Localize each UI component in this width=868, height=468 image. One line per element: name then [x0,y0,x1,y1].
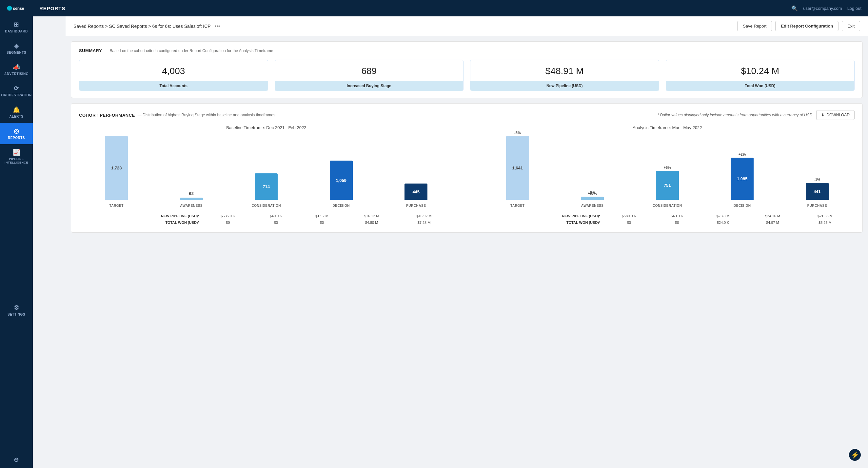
metrics-val-0-0: $535.0 K [203,213,253,219]
kpi-card-2: $48.91 M New Pipeline (USD) [470,60,659,91]
bar-axis-2: CONSIDERATION [653,204,682,208]
kpi-label-3: Total Won (USD) [666,81,855,91]
kpi-card-1: 689 Increased Buying Stage [275,60,464,91]
metrics-val-1-4: $7.28 M [398,219,451,226]
download-button[interactable]: ⬇ DOWNLOAD [816,110,855,120]
sidebar-item-dashboard[interactable]: ⊞ DASHBOARD [0,17,33,38]
bar-pct-0: -5% [514,131,521,135]
download-icon: ⬇ [821,113,825,117]
bar-col-3: +2%1,085DECISION [708,152,777,208]
bar-0: 1,723 [105,136,128,200]
baseline-metrics: NEW PIPELINE (USD)*$535.0 K$40.0 K$1.92 … [82,213,451,226]
breadcrumb-actions: Save Report Edit Report Configuration Ex… [737,21,860,31]
kpi-label-1: Increased Buying Stage [275,81,464,91]
bar-4: 441 [806,183,829,200]
sidebar-item-reports[interactable]: ◎ REPORTS [0,123,33,144]
exit-button[interactable]: Exit [842,21,860,31]
metrics-val-1-0: $0 [603,219,654,226]
kpi-row: 4,003 Total Accounts 689 Increased Buyin… [79,60,855,91]
bar-axis-3: DECISION [333,204,350,208]
kpi-card-0: 4,003 Total Accounts [79,60,268,91]
metrics-val-1-4: $5.25 M [799,219,851,226]
bar-col-1: 62AWARENESS [157,191,226,208]
kpi-value-1: 689 [275,60,464,81]
analysis-chart-group: Analysis Timeframe: Mar - May 2022 -5%1,… [484,125,851,226]
metrics-val-1-2: $0 [299,219,345,226]
bar-col-2: 714CONSIDERATION [232,167,301,208]
edit-config-button[interactable]: Edit Report Configuration [775,21,838,31]
cohort-note: * Dollar values displayed only include a… [657,113,812,117]
dashboard-icon: ⊞ [14,21,19,28]
metrics-val-1-3: $4.80 M [345,219,398,226]
search-icon[interactable]: 🔍 [791,5,798,11]
metrics-table: NEW PIPELINE (USD)*$580.0 K$40.0 K$2.78 … [484,213,851,226]
bar-pct-2: +5% [664,165,671,169]
metrics-name-1: TOTAL WON (USD)* [484,219,604,226]
bar-2: 714 [255,174,278,200]
baseline-chart-group: Baseline Timeframe: Dec 2021 - Feb 2022 … [82,125,451,226]
metrics-val-0-0: $580.0 K [603,213,654,219]
breadcrumb: Saved Reports > SC Saved Reports > 6s fo… [73,24,211,29]
bar-value-3: 1,085 [737,176,748,181]
kpi-value-2: $48.91 M [470,60,659,81]
orchestration-icon: ⟳ [14,85,19,92]
bar-col-0: 1,723TARGET [82,129,151,208]
alerts-icon: 🔔 [13,106,20,114]
metrics-val-0-3: $16.12 M [345,213,398,219]
bar-axis-4: PURCHASE [406,204,426,208]
kpi-card-3: $10.24 M Total Won (USD) [666,60,855,91]
bar-axis-1: AWARENESS [581,204,603,208]
bar-value-3: 1,059 [336,178,346,183]
bar-1: 62 [180,198,203,200]
bar-value-0: 1,723 [111,165,122,170]
collapse-icon: ⊖ [14,456,19,463]
sidebar: sense ⊞ DASHBOARD ◈ SEGMENTS 📣 ADVERTISI… [0,0,33,468]
logout-button[interactable]: Log out [847,6,862,11]
app-logo: sense [0,0,33,17]
metrics-name-0: NEW PIPELINE (USD)* [484,213,604,219]
kpi-value-0: 4,003 [79,60,268,81]
sidebar-item-collapse[interactable]: ⊖ [0,451,33,468]
bar-value-4: 441 [814,189,821,194]
bar-axis-0: TARGET [110,204,124,208]
bar-col-4: 445PURCHASE [382,177,451,208]
summary-subtitle: — Based on the cohort criteria configure… [104,49,273,53]
sidebar-item-settings[interactable]: ⚙ SETTINGS [0,300,33,321]
cohort-header: COHORT PERFORMANCE — Distribution of hig… [79,110,855,120]
bar-col-0: -5%1,641TARGET [484,131,552,208]
sidebar-item-advertising[interactable]: 📣 ADVERTISING [0,59,33,80]
save-report-button[interactable]: Save Report [737,21,772,31]
bar-2: 751 [656,171,679,200]
bar-col-4: -1%441PURCHASE [783,178,851,208]
breadcrumb-bar: Saved Reports > SC Saved Reports > 6s fo… [66,17,868,36]
sidebar-item-alerts[interactable]: 🔔 ALERTS [0,102,33,123]
bar-value-2: 751 [664,183,671,188]
help-icon: ⚡ [851,451,859,459]
cohort-header-right: * Dollar values displayed only include a… [657,110,855,120]
summary-section: SUMMARY — Based on the cohort criteria c… [71,41,863,98]
metrics-table: NEW PIPELINE (USD)*$535.0 K$40.0 K$1.92 … [82,213,451,226]
advertising-icon: 📣 [13,64,20,71]
metrics-val-1-2: $24.0 K [700,219,746,226]
metrics-val-0-1: $40.0 K [253,213,299,219]
bar-col-3: 1,059DECISION [307,154,376,208]
breadcrumb-ellipsis[interactable]: ••• [215,23,220,29]
charts-row: Baseline Timeframe: Dec 2021 - Feb 2022 … [79,125,855,226]
metrics-val-1-3: $4.97 M [746,219,799,226]
help-badge[interactable]: ⚡ [848,448,862,462]
chart-divider [467,125,467,226]
bar-value-1: 85 [590,190,595,195]
sidebar-item-pipeline[interactable]: 📈 PIPELINEINTELLIGENCE [0,144,33,169]
analysis-metrics: NEW PIPELINE (USD)*$580.0 K$40.0 K$2.78 … [484,213,851,226]
cohort-subtitle: — Distribution of highest Buying Stage w… [138,113,275,117]
bar-pct-3: +2% [739,152,746,156]
summary-title: SUMMARY [79,48,102,53]
sidebar-item-segments[interactable]: ◈ SEGMENTS [0,38,33,59]
metrics-row-0: NEW PIPELINE (USD)*$580.0 K$40.0 K$2.78 … [484,213,851,219]
sidebar-item-orchestration[interactable]: ⟳ ORCHESTRATION [0,80,33,102]
bar-axis-3: DECISION [734,204,751,208]
bar-3: 1,085 [731,158,753,200]
bar-0: 1,641 [506,136,529,200]
bar-axis-1: AWARENESS [180,204,203,208]
bar-axis-2: CONSIDERATION [251,204,281,208]
